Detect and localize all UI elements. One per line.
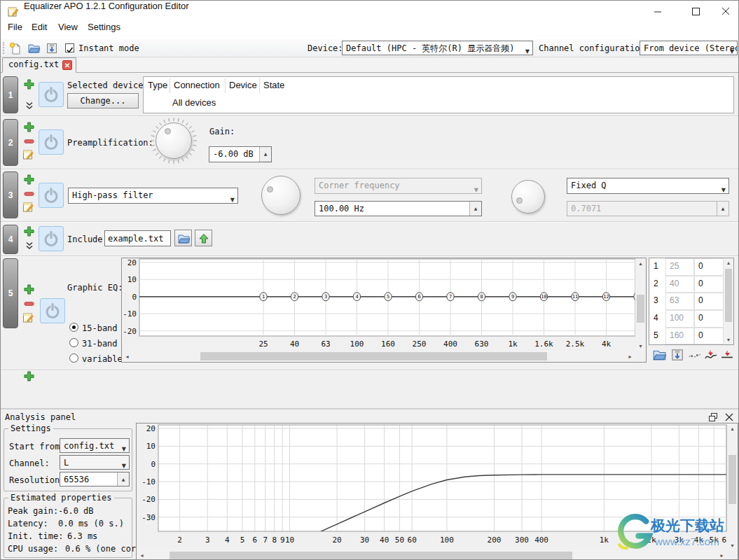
close-panel-icon[interactable] xyxy=(725,413,733,421)
band-gain-cell[interactable]: 0 xyxy=(694,258,724,276)
edit-filter-button[interactable] xyxy=(22,200,35,213)
spin-up-button[interactable]: ▲ xyxy=(260,147,271,162)
scroll-right-button[interactable]: ▸ xyxy=(625,351,635,362)
invert-response-button[interactable] xyxy=(704,349,718,363)
v-scroll-thumb[interactable] xyxy=(725,269,732,322)
edit-filter-button[interactable] xyxy=(22,311,35,323)
new-file-button[interactable] xyxy=(9,42,22,55)
band-gain-cell[interactable]: 0 xyxy=(694,293,724,310)
devices-table[interactable]: Type Connection Device State All devices xyxy=(143,76,734,113)
add-filter-button[interactable] xyxy=(24,371,34,382)
scroll-up-button[interactable]: ▴ xyxy=(727,424,738,433)
remove-filter-button[interactable] xyxy=(24,301,34,307)
add-filter-button[interactable] xyxy=(24,284,34,295)
spin-down-button[interactable]: ▼ xyxy=(260,162,271,162)
preamp-gain-knob[interactable] xyxy=(156,122,192,159)
radio-15-band[interactable] xyxy=(69,323,78,332)
devices-col-device[interactable]: Device xyxy=(229,80,257,90)
change-devices-button[interactable]: Change... xyxy=(67,93,139,108)
h-scroll-thumb[interactable] xyxy=(170,552,572,559)
analysis-channel-select[interactable]: L▼ xyxy=(60,455,130,470)
bands-vertical-scrollbar[interactable]: ▴ ▾ xyxy=(724,258,733,344)
analysis-panel-header[interactable]: Analysis panel xyxy=(1,410,738,424)
close-button[interactable] xyxy=(712,1,739,22)
scroll-left-button[interactable]: ◂ xyxy=(122,351,132,362)
spin-up-button[interactable]: ▲ xyxy=(470,202,481,216)
browse-include-file-button[interactable] xyxy=(174,230,192,246)
eq-bands-table[interactable]: 1250240036304100051600 ▴ ▾ xyxy=(649,258,734,345)
open-file-button[interactable] xyxy=(27,42,40,55)
devices-col-connection[interactable]: Connection xyxy=(174,80,220,90)
tab-config-txt[interactable]: config.txt ✕ xyxy=(2,57,76,73)
expand-chevrons-icon[interactable] xyxy=(25,241,34,250)
scroll-down-button[interactable]: ▾ xyxy=(635,341,646,351)
add-filter-button[interactable] xyxy=(24,79,34,90)
filter-row-handle-1[interactable]: 1 xyxy=(3,76,18,113)
filter-type-select[interactable]: High-pass filter▼ xyxy=(68,188,238,204)
device-select[interactable]: Default (HPC - 英特尔(R) 显示器音频)▼ xyxy=(342,41,533,55)
edit-filter-button[interactable] xyxy=(22,148,35,160)
radio-31-band[interactable] xyxy=(69,338,78,347)
menu-file[interactable]: File xyxy=(5,22,25,32)
import-bands-button[interactable] xyxy=(652,348,666,362)
devices-col-type[interactable]: Type xyxy=(148,80,167,90)
scroll-down-button[interactable]: ▾ xyxy=(724,335,733,344)
power-toggle[interactable] xyxy=(39,183,64,208)
normalize-response-button[interactable] xyxy=(720,349,734,363)
power-toggle[interactable] xyxy=(39,130,64,155)
radio-31-band-label[interactable]: 31-band xyxy=(82,339,118,349)
add-filter-button[interactable] xyxy=(24,226,34,237)
include-file-input[interactable] xyxy=(104,230,171,246)
filter-row-handle-2[interactable]: 2 xyxy=(3,119,18,166)
band-frequency-cell[interactable]: 40 xyxy=(665,276,694,293)
open-included-file-button[interactable] xyxy=(195,230,212,246)
filter-row-handle-3[interactable]: 3 xyxy=(3,172,18,218)
maximize-button[interactable] xyxy=(682,1,710,22)
radio-variable-label[interactable]: variable xyxy=(82,354,123,364)
panel-splitter[interactable] xyxy=(1,408,739,410)
power-toggle[interactable] xyxy=(39,82,64,107)
flatten-response-button[interactable] xyxy=(688,349,702,363)
corner-frequency-spinbox[interactable]: 100.00 Hz ▲▼ xyxy=(315,201,482,216)
q-factor-knob[interactable] xyxy=(511,180,545,214)
band-frequency-cell[interactable]: 63 xyxy=(665,293,694,310)
add-filter-button[interactable] xyxy=(24,174,34,185)
radio-15-band-label[interactable]: 15-band xyxy=(82,323,118,333)
graphic-eq-plot[interactable]: 20100-10-2012345678910111213254063100160… xyxy=(122,258,636,350)
resolution-spinbox[interactable]: 65536 ▲▼ xyxy=(60,472,130,486)
minimize-button[interactable] xyxy=(644,1,672,22)
menu-edit[interactable]: Edit xyxy=(29,22,50,32)
scroll-up-button[interactable]: ▴ xyxy=(724,258,733,267)
v-scroll-thumb[interactable] xyxy=(728,455,736,504)
instant-mode-checkbox[interactable] xyxy=(65,43,74,52)
export-bands-button[interactable] xyxy=(670,348,684,362)
graphic-eq-chart[interactable]: 20100-10-2012345678910111213254063100160… xyxy=(121,258,647,363)
q-mode-select[interactable]: Fixed Q▼ xyxy=(567,178,729,194)
h-scroll-thumb[interactable] xyxy=(200,352,547,360)
gain-spinbox[interactable]: -6.00 dB ▲▼ xyxy=(209,146,272,162)
band-frequency-cell[interactable]: 100 xyxy=(665,310,694,328)
devices-row-all-devices[interactable]: All devices xyxy=(172,97,216,108)
expand-chevrons-icon[interactable] xyxy=(25,102,34,110)
corner-frequency-knob[interactable] xyxy=(261,176,301,215)
spin-up-button[interactable]: ▲ xyxy=(118,472,129,486)
scroll-up-button[interactable]: ▴ xyxy=(635,258,646,268)
band-frequency-cell[interactable]: 160 xyxy=(665,328,694,345)
spin-up-button[interactable]: ▲ xyxy=(717,202,728,216)
channel-configuration-select[interactable]: From device (Stereo)▼ xyxy=(640,41,738,55)
add-filter-button[interactable] xyxy=(24,122,34,132)
band-gain-cell[interactable]: 0 xyxy=(694,276,724,293)
filter-row-handle-5[interactable]: 5 xyxy=(3,258,18,328)
menu-settings[interactable]: Settings xyxy=(85,22,123,32)
eq-vertical-scrollbar[interactable]: ▴ ▾ xyxy=(635,258,646,351)
tab-close-icon[interactable]: ✕ xyxy=(62,60,72,70)
menu-view[interactable]: View xyxy=(55,22,81,32)
filter-row-handle-4[interactable]: 4 xyxy=(3,225,18,254)
power-toggle[interactable] xyxy=(39,226,64,251)
start-from-select[interactable]: config.txt▼ xyxy=(60,438,130,453)
band-gain-cell[interactable]: 0 xyxy=(694,310,724,328)
scroll-left-button[interactable]: ◂ xyxy=(137,550,147,560)
title-bar[interactable]: Equalizer APO 1.2.1 Configuration Editor xyxy=(1,1,738,22)
float-panel-icon[interactable] xyxy=(709,413,717,421)
devices-col-state[interactable]: State xyxy=(263,80,284,90)
